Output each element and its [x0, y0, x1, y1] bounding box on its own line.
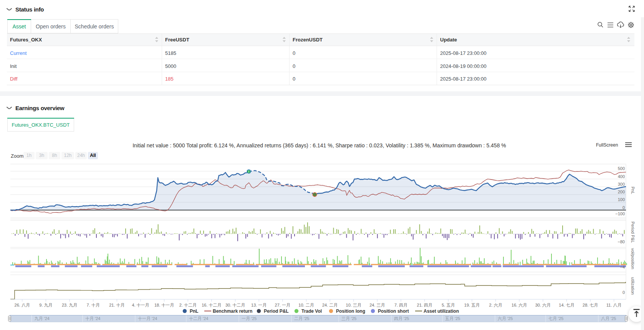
svg-text:六月 '25: 六月 '25 [498, 316, 513, 321]
svg-text:18. 十一月: 18. 十一月 [154, 303, 174, 307]
svg-text:Asset utilization: Asset utilization [424, 309, 459, 314]
svg-text:Position long: Position long [336, 309, 365, 314]
svg-text:八月 '25: 八月 '25 [601, 316, 616, 321]
svg-text:2. 六月: 2. 六月 [489, 303, 502, 307]
svg-text:500: 500 [618, 166, 625, 171]
svg-text:十月 '24: 十月 '24 [85, 316, 100, 321]
svg-text:24. 三月: 24. 三月 [369, 303, 385, 307]
svg-text:0: 0 [622, 205, 625, 210]
svg-text:九月 '24: 九月 '24 [35, 316, 50, 321]
svg-text:200: 200 [618, 190, 625, 194]
svg-text:27. 一月: 27. 一月 [275, 303, 290, 307]
svg-text:Benchmark return: Benchmark return [213, 309, 252, 314]
svg-text:30. 六月: 30. 六月 [535, 303, 551, 307]
svg-text:10. 三月: 10. 三月 [346, 303, 361, 307]
svg-text:24. 二月: 24. 二月 [322, 303, 338, 307]
svg-text:30. 十二月: 30. 十二月 [225, 303, 245, 307]
svg-text:13. 一月: 13. 一月 [251, 303, 267, 307]
svg-text:七月 '25: 七月 '25 [548, 316, 563, 321]
svg-text:0: 0 [622, 290, 625, 295]
svg-text:16. 十二月: 16. 十二月 [202, 303, 221, 307]
svg-text:21. 十月: 21. 十月 [109, 303, 124, 307]
svg-text:5. 五月: 5. 五月 [442, 303, 455, 307]
svg-text:−4: −4 [620, 265, 625, 269]
svg-text:19. 五月: 19. 五月 [464, 303, 480, 307]
svg-text:vol/position: vol/position [631, 248, 635, 269]
svg-text:2. 十二月: 2. 十二月 [179, 303, 197, 307]
svg-text:−100: −100 [615, 211, 625, 216]
svg-text:9. 九月: 9. 九月 [39, 303, 52, 307]
svg-text:Period P&L: Period P&L [264, 309, 289, 314]
svg-text:一月 '25: 一月 '25 [242, 316, 257, 321]
svg-text:三月 '25: 三月 '25 [341, 316, 356, 321]
svg-text:7. 四月: 7. 四月 [394, 303, 407, 307]
svg-text:Position short: Position short [378, 309, 409, 314]
svg-text:PnL: PnL [190, 309, 199, 314]
svg-text:−80: −80 [618, 239, 625, 244]
svg-text:26. 八月: 26. 八月 [15, 303, 30, 307]
svg-text:16. 六月: 16. 六月 [512, 303, 527, 307]
svg-text:十一月 '24: 十一月 '24 [138, 316, 157, 321]
svg-text:14. 七月: 14. 七月 [559, 303, 574, 307]
svg-text:十二月 '24: 十二月 '24 [189, 316, 208, 321]
svg-text:28. 七月: 28. 七月 [583, 303, 598, 307]
svg-text:四月 '25: 四月 '25 [394, 316, 409, 321]
svg-text:400: 400 [618, 174, 625, 179]
svg-text:21. 四月: 21. 四月 [417, 303, 432, 307]
svg-text:utilization: utilization [631, 277, 635, 295]
svg-text:23. 九月: 23. 九月 [62, 303, 77, 307]
svg-text:二月 '25: 二月 '25 [294, 316, 309, 321]
svg-text:300: 300 [618, 182, 625, 186]
svg-text:五月 '25: 五月 '25 [445, 316, 460, 321]
svg-text:PnL: PnL [631, 186, 635, 194]
svg-text:7. 十月: 7. 十月 [87, 303, 100, 307]
svg-text:100: 100 [618, 197, 625, 202]
svg-text:11. 八月: 11. 八月 [606, 303, 622, 307]
svg-text:10. 二月: 10. 二月 [298, 303, 314, 307]
svg-text:4. 十一月: 4. 十一月 [132, 303, 149, 307]
svg-text:Period P&L: Period P&L [631, 221, 635, 243]
svg-text:Trade Vol: Trade Vol [301, 309, 322, 314]
